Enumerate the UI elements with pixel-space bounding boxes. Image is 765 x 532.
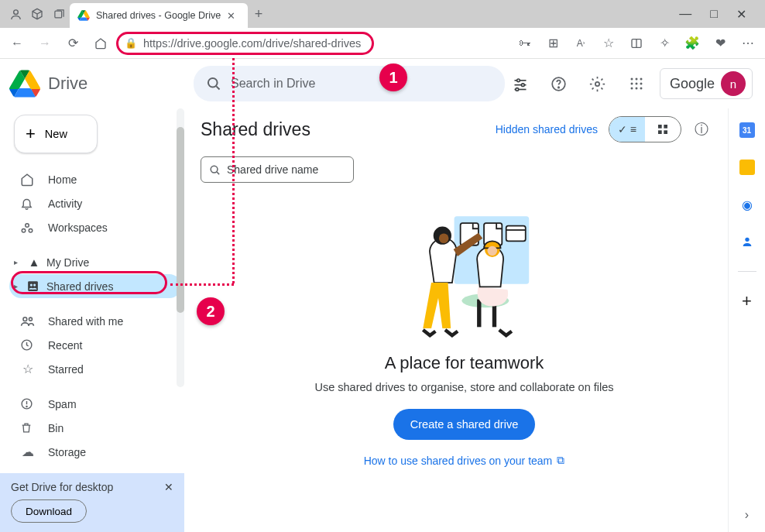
url-field[interactable]: 🔒 https://drive.google.com/drive/shared-…: [116, 32, 374, 55]
keep-addon[interactable]: [739, 160, 755, 175]
svg-point-21: [630, 88, 633, 90]
cube-icon[interactable]: [26, 3, 48, 25]
search-options-button[interactable]: [505, 68, 536, 99]
nav-home[interactable]: Home: [9, 167, 181, 191]
nav-workspaces[interactable]: Workspaces: [9, 215, 181, 239]
text-size-icon[interactable]: A›: [568, 31, 593, 56]
window-controls: — □ ✕: [679, 7, 760, 22]
nav-activity[interactable]: Activity: [9, 191, 181, 215]
get-addons-button[interactable]: +: [739, 293, 755, 309]
nav-shared-drives[interactable]: ▸Shared drives: [9, 274, 181, 298]
address-bar: ← → ⟳ 🔒 https://drive.google.com/drive/s…: [0, 28, 765, 59]
svg-point-23: [640, 88, 642, 90]
drive-icon: ▲: [26, 256, 42, 269]
nav-my-drive[interactable]: ▸▲My Drive: [9, 250, 181, 274]
svg-rect-45: [506, 226, 525, 242]
nav-bin[interactable]: Bin: [9, 416, 181, 440]
tab-overview-icon[interactable]: [48, 3, 70, 25]
svg-rect-37: [664, 125, 667, 129]
people-icon: [20, 315, 36, 327]
avatar[interactable]: n: [721, 71, 746, 96]
sidebar-scrollbar[interactable]: [177, 108, 184, 387]
nav-storage[interactable]: ☁Storage: [9, 440, 181, 464]
svg-point-50: [487, 246, 497, 256]
svg-point-40: [211, 166, 218, 173]
refresh-button[interactable]: ⟳: [60, 31, 85, 56]
minimize-icon[interactable]: —: [679, 7, 691, 22]
svg-line-5: [216, 86, 219, 89]
back-button[interactable]: ←: [5, 31, 29, 56]
google-account-chip[interactable]: Google n: [660, 68, 753, 99]
svg-point-11: [516, 88, 519, 91]
split-icon[interactable]: [624, 31, 649, 56]
create-shared-drive-button[interactable]: Create a shared drive: [393, 409, 535, 440]
download-button[interactable]: Download: [11, 499, 87, 523]
nav-shared-with-me[interactable]: Shared with me: [9, 309, 181, 333]
svg-point-35: [26, 406, 27, 407]
home-icon: [20, 173, 36, 187]
svg-point-20: [640, 83, 642, 85]
svg-point-31: [29, 317, 32, 321]
rewards-icon[interactable]: ❤: [708, 31, 732, 56]
close-tab-icon[interactable]: ✕: [227, 10, 235, 22]
main-content: Shared drives Hidden shared drives ✓ ≡ ⓘ…: [184, 108, 728, 532]
svg-point-4: [208, 78, 218, 88]
svg-point-22: [635, 88, 637, 90]
svg-point-25: [22, 228, 26, 232]
grid-view-button[interactable]: [645, 117, 681, 142]
active-tab[interactable]: Shared drives - Google Drive ✕: [70, 3, 248, 28]
name-filter[interactable]: Shared drive name: [201, 156, 354, 183]
new-label: New: [45, 128, 67, 140]
apps-button[interactable]: [621, 68, 652, 99]
search-placeholder: Search in Drive: [231, 77, 315, 91]
caret-icon[interactable]: ▸: [14, 258, 22, 266]
search-field[interactable]: Search in Drive: [194, 66, 505, 101]
overflow-icon[interactable]: ⋯: [736, 31, 760, 56]
svg-rect-1: [54, 11, 61, 18]
svg-line-41: [217, 172, 219, 174]
trash-icon: [20, 421, 36, 434]
calendar-addon[interactable]: 31: [739, 122, 755, 138]
nav-spam[interactable]: Spam: [9, 392, 181, 416]
favorite-icon[interactable]: ☆: [596, 31, 621, 56]
forward-button[interactable]: →: [33, 31, 57, 56]
nav-recent[interactable]: Recent: [9, 333, 181, 357]
passkey-icon[interactable]: 🗝: [513, 31, 537, 56]
search-icon: [206, 76, 221, 91]
svg-rect-47: [477, 300, 481, 328]
url-text: https://drive.google.com/drive/shared-dr…: [143, 37, 361, 50]
bell-icon: [20, 197, 36, 210]
caret-icon[interactable]: ▸: [14, 282, 22, 290]
drive-product-name: Drive: [48, 74, 87, 94]
new-tab-button[interactable]: +: [248, 6, 269, 22]
cloud-icon: ☁: [20, 444, 36, 459]
sidebar: + New Home Activity Workspaces ▸▲My Driv…: [0, 108, 184, 532]
tasks-addon[interactable]: ◉: [739, 197, 755, 212]
maximize-icon[interactable]: □: [710, 7, 718, 22]
list-view-button[interactable]: ✓ ≡: [609, 117, 645, 142]
info-button[interactable]: ⓘ: [692, 120, 711, 139]
extension-icon[interactable]: ⊞: [540, 31, 565, 56]
profile-icon[interactable]: [5, 3, 26, 25]
empty-state: A place for teamwork Use shared drives t…: [201, 211, 728, 467]
svg-rect-27: [28, 281, 38, 291]
promo-close-icon[interactable]: ✕: [164, 481, 173, 493]
empty-sub: Use shared drives to organise, store and…: [314, 381, 613, 393]
extensions-icon[interactable]: 🧩: [680, 31, 705, 56]
help-button[interactable]: [544, 68, 575, 99]
howto-link[interactable]: How to use shared drives on your team ⧉: [364, 454, 565, 467]
hidden-drives-link[interactable]: Hidden shared drives: [496, 123, 598, 136]
settings-button[interactable]: [582, 68, 613, 99]
close-window-icon[interactable]: ✕: [736, 7, 746, 22]
collections-icon[interactable]: ✧: [652, 31, 677, 56]
home-button[interactable]: [88, 31, 113, 56]
svg-rect-38: [658, 130, 662, 134]
svg-point-13: [558, 87, 559, 88]
plus-icon: +: [26, 124, 36, 144]
collapse-panel-button[interactable]: ›: [739, 507, 755, 523]
view-toggle: ✓ ≡: [609, 116, 681, 142]
new-button[interactable]: + New: [14, 115, 98, 153]
contacts-addon[interactable]: [739, 234, 755, 249]
nav-starred[interactable]: ☆Starred: [9, 357, 181, 381]
drive-logo[interactable]: Drive: [9, 70, 194, 98]
